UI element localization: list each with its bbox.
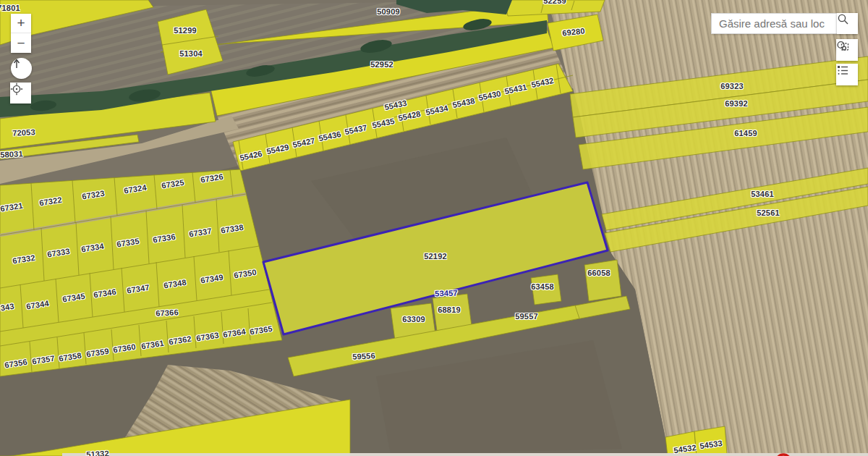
parcel-label-67366[interactable]: 67366: [156, 308, 179, 318]
basemap-gallery-button[interactable]: [836, 39, 858, 61]
map-canvas[interactable]: [0, 0, 868, 456]
zoom-out-button[interactable]: −: [11, 33, 31, 53]
parcel-label-61459[interactable]: 61459: [734, 129, 757, 138]
parcel-label-50909[interactable]: 50909: [377, 7, 400, 16]
parcel-label-63458[interactable]: 63458: [531, 282, 554, 291]
parcel-label-52259[interactable]: 52259: [543, 0, 566, 5]
parcel-label-58031[interactable]: 58031: [0, 149, 23, 159]
parcel-label-63309[interactable]: 63309: [402, 315, 425, 324]
zoom-in-button[interactable]: +: [11, 14, 31, 33]
parcel-label-51304[interactable]: 51304: [179, 49, 203, 58]
search-input[interactable]: [711, 13, 838, 34]
parcel-label-59556[interactable]: 59556: [352, 351, 375, 361]
parcel-label-71801[interactable]: 71801: [0, 4, 20, 12]
map-viewport[interactable]: 7180151299513045090952259529526928072053…: [0, 0, 868, 456]
zoom-panel: + −: [11, 14, 31, 53]
parcel-66058[interactable]: [584, 260, 621, 301]
parcel-label-66058[interactable]: 66058: [587, 269, 610, 277]
bottom-edge-strip: [62, 453, 868, 456]
parcel-label-52192[interactable]: 52192: [424, 252, 447, 261]
parcel-label-69323[interactable]: 69323: [720, 82, 744, 90]
locate-me-button[interactable]: [10, 83, 31, 104]
parcel-label-53457[interactable]: 53457: [435, 288, 458, 297]
parcel-label-53461[interactable]: 53461: [751, 190, 774, 198]
legend-list-icon: [836, 64, 849, 77]
parcel-label-52952[interactable]: 52952: [370, 60, 393, 69]
parcel-label-72053[interactable]: 72053: [12, 127, 35, 138]
north-arrow-icon: [11, 58, 22, 69]
parcel-label-52561[interactable]: 52561: [757, 208, 780, 217]
parcel-label-59557[interactable]: 59557: [515, 312, 538, 321]
parcel-label-51332[interactable]: 51332: [86, 449, 109, 456]
parcel-label-51299[interactable]: 51299: [174, 26, 197, 35]
parcel-label-69392[interactable]: 69392: [725, 99, 748, 108]
parcel-label-68819[interactable]: 68819: [438, 305, 461, 314]
legend-button[interactable]: [836, 64, 858, 85]
basemap-gallery-icon: [836, 39, 850, 53]
magnifier-icon: [837, 13, 849, 25]
compass-reset-north-button[interactable]: [11, 58, 32, 79]
gps-crosshair-icon: [10, 83, 23, 96]
search-button[interactable]: [837, 13, 858, 34]
